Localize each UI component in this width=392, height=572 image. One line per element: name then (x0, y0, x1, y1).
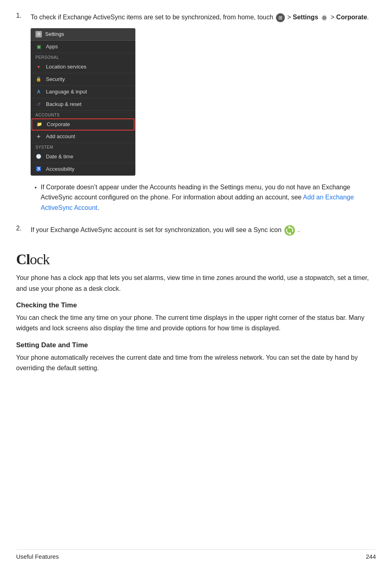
phone-screenshot: ⚙ Settings ▣ Apps PERSONAL ▾ Location se… (31, 28, 135, 176)
step-1-content: To check if Exchange ActiveSync items ar… (31, 12, 376, 218)
location-icon: ▾ (35, 64, 42, 70)
language-label: Language & input (46, 89, 87, 95)
step-2-number: 2. (16, 225, 31, 241)
step-2-text-main: If your Exchange ActiveSync account is s… (31, 226, 282, 233)
menu-item-add-account[interactable]: + Add account (31, 131, 135, 143)
sync-inline-icon (284, 225, 295, 236)
phone-titlebar: ⚙ Settings (31, 28, 135, 41)
bullet-text: If Corporate doesn’t appear under the Ac… (41, 182, 376, 213)
security-label: Security (46, 76, 65, 82)
step-2-text-post: . (298, 226, 299, 233)
datetime-label: Date & time (46, 153, 73, 160)
add-account-label: Add account (46, 133, 75, 139)
apps-label: Apps (46, 44, 58, 50)
step-2-text: If your Exchange ActiveSync account is s… (31, 225, 376, 236)
checking-time-para: You can check the time any time on your … (16, 313, 376, 334)
menu-item-security[interactable]: 🔒 Security (31, 73, 135, 86)
corporate-icon: 📁 (36, 121, 43, 128)
add-icon: + (35, 133, 42, 140)
menu-item-corporate[interactable]: 📁 Corporate (31, 118, 135, 131)
bullet-text-post: . (97, 204, 99, 211)
step-2: 2. If your Exchange ActiveSync account i… (16, 225, 376, 241)
corporate-label-inline: Corporate (336, 14, 367, 21)
step-1-text: To check if Exchange ActiveSync items ar… (31, 12, 376, 23)
clock-heading: Clock (16, 251, 376, 268)
language-icon: A (35, 89, 42, 95)
section-system: SYSTEM (31, 143, 135, 151)
setting-date-para: Your phone automatically receives the cu… (16, 352, 376, 374)
bullet-symbol: ▪ (35, 183, 37, 213)
page-footer: Useful Features 244 (16, 549, 376, 560)
accessibility-icon: ♿ (35, 166, 42, 172)
menu-item-accessibility[interactable]: ♿ Accessibility (31, 163, 135, 176)
menu-item-language[interactable]: A Language & input (31, 86, 135, 98)
gear-inline-icon (321, 14, 328, 21)
footer-right: 244 (366, 553, 376, 560)
clock-heading-rest: ock (30, 251, 50, 267)
menu-item-apps[interactable]: ▣ Apps (31, 41, 135, 53)
step-1-number: 1. (16, 12, 31, 218)
section-personal: PERSONAL (31, 53, 135, 61)
menu-item-location[interactable]: ▾ Location services (31, 61, 135, 73)
setting-date-heading: Setting Date and Time (16, 341, 376, 349)
clock-para-1: Your phone has a clock app that lets you… (16, 273, 376, 294)
bullet-list: ▪ If Corporate doesn’t appear under the … (35, 182, 376, 213)
footer-left: Useful Features (16, 553, 59, 560)
corporate-label: Corporate (47, 121, 70, 127)
bullet-item-1: ▪ If Corporate doesn’t appear under the … (35, 182, 376, 213)
phone-titlebar-text: Settings (45, 31, 64, 37)
step-2-content: If your Exchange ActiveSync account is s… (31, 225, 376, 241)
apps-icon: ▣ (35, 44, 42, 50)
menu-item-datetime[interactable]: 🕐 Date & time (31, 151, 135, 163)
clock-heading-bold: Cl (16, 251, 30, 267)
menu-item-backup[interactable]: ↺ Backup & reset (31, 98, 135, 111)
section-accounts: ACCOUNTS (31, 111, 135, 118)
step-1-text-pre: To check if Exchange ActiveSync items ar… (31, 14, 273, 21)
backup-icon: ↺ (35, 101, 42, 108)
accessibility-label: Accessibility (46, 166, 75, 172)
step-1: 1. To check if Exchange ActiveSync items… (16, 12, 376, 218)
location-label: Location services (46, 64, 86, 70)
security-icon: 🔒 (35, 76, 42, 83)
backup-label: Backup & reset (46, 101, 81, 107)
checking-time-heading: Checking the Time (16, 301, 376, 309)
datetime-icon: 🕐 (35, 153, 42, 160)
settings-titlebar-icon: ⚙ (35, 31, 42, 37)
settings-label: Settings (293, 14, 318, 21)
apps-inline-icon: ⊞ (276, 13, 285, 22)
